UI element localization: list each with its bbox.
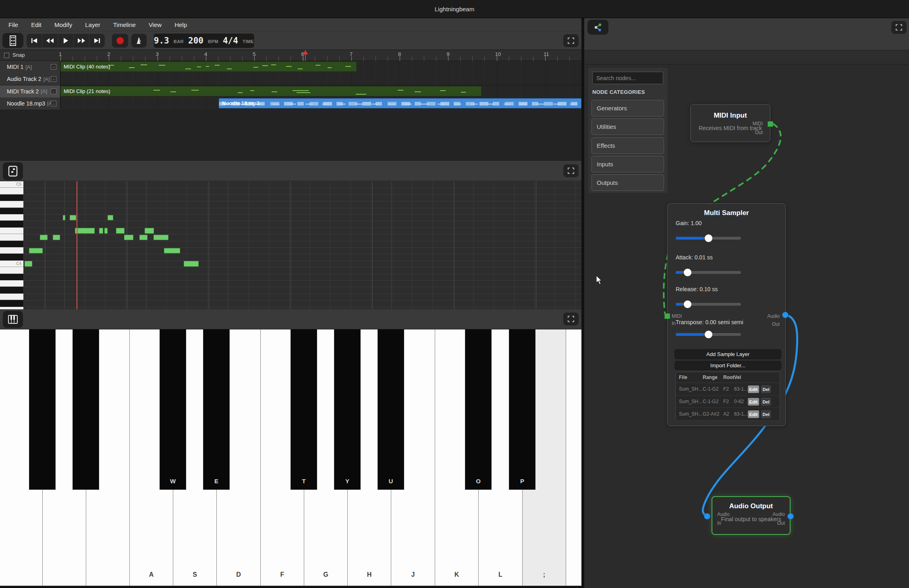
menu-item-edit[interactable]: Edit (27, 20, 45, 30)
skip-start-button[interactable] (27, 34, 42, 48)
midi-note[interactable] (99, 228, 103, 234)
import-folder-button[interactable]: Import Folder... (674, 361, 781, 370)
midi-out-port[interactable] (768, 121, 773, 127)
track-lane[interactable]: MIDI Clip (40 notes) (60, 61, 581, 73)
midi-note[interactable] (53, 235, 60, 240)
midi-note[interactable] (108, 215, 113, 221)
slider-handle[interactable] (705, 234, 712, 242)
black-key[interactable] (29, 329, 56, 490)
category-utilities[interactable]: Utilities (591, 118, 664, 135)
track-lane[interactable]: Noodle 18.mp3 (60, 97, 581, 110)
midi-note[interactable] (63, 215, 65, 221)
rewind-button[interactable] (42, 34, 58, 48)
delete-sample-button[interactable]: Del (761, 385, 771, 393)
category-effects[interactable]: Effects (591, 137, 664, 154)
midi-note[interactable] (77, 228, 95, 234)
menu-item-view[interactable]: View (145, 20, 165, 30)
piano-roll-key-fs4[interactable] (0, 221, 23, 227)
piano-roll-key-b4[interactable] (0, 188, 23, 194)
black-key-Y[interactable]: Y (334, 329, 361, 490)
piano-roll-key-a3[interactable] (0, 280, 23, 287)
track-checkbox[interactable]: - (51, 101, 56, 106)
category-outputs[interactable]: Outputs (591, 174, 664, 191)
piano-roll-key-c4[interactable]: C4 (0, 261, 23, 267)
black-key-T[interactable]: T (291, 329, 317, 490)
track-lane[interactable]: MIDI Clip (21 notes) (60, 85, 581, 97)
param-slider[interactable] (676, 271, 741, 274)
slider-handle[interactable] (684, 269, 691, 276)
menu-item-timeline[interactable]: Timeline (110, 20, 139, 30)
track-lane[interactable] (60, 73, 581, 85)
track-checkbox[interactable]: - (51, 64, 56, 70)
graph-fullscreen-button[interactable] (891, 21, 907, 34)
black-key-O[interactable]: O (465, 329, 492, 490)
piano-roll-key-gs4[interactable] (0, 208, 23, 214)
node-midi-input[interactable]: MIDI Input Receives MIDI from track MIDI… (690, 104, 770, 142)
midi-note[interactable] (154, 235, 168, 240)
black-key-W[interactable]: W (160, 329, 186, 490)
piano-roll-key-gs3[interactable] (0, 287, 23, 293)
piano-roll-key-g4[interactable] (0, 214, 23, 221)
midi-note[interactable] (164, 248, 180, 254)
menu-item-layer[interactable]: Layer (81, 20, 104, 30)
piano-roll-grid[interactable] (23, 181, 581, 309)
play-button[interactable] (58, 34, 74, 48)
virtual-keyboard[interactable]: ASDFGHJKL;WETYUOP (0, 329, 581, 586)
piano-roll-key-fs3[interactable] (0, 300, 23, 306)
piano-roll-key-c5[interactable]: C5 (0, 181, 23, 188)
piano-roll-fullscreen-button[interactable] (563, 164, 579, 177)
snap-checkbox[interactable] (4, 53, 9, 58)
piano-roll-key-as3[interactable] (0, 274, 23, 280)
midi-note[interactable] (139, 235, 147, 240)
piano-roll-key-d4[interactable] (0, 247, 23, 254)
node-audio-output[interactable]: Audio Output Final output to speakers Au… (712, 496, 791, 535)
timeline-view-button[interactable] (2, 33, 23, 48)
audio-in-port[interactable] (704, 513, 710, 520)
pane-divider[interactable] (581, 18, 584, 588)
piano-roll-key-b3[interactable] (0, 267, 23, 273)
param-slider[interactable] (676, 237, 741, 240)
timeline-fullscreen-button[interactable] (563, 34, 579, 47)
piano-roll-key-g3[interactable] (0, 294, 23, 300)
fast-forward-button[interactable] (74, 34, 89, 48)
piano-roll[interactable]: C5C4 (0, 181, 581, 309)
node-graph-tab-button[interactable] (587, 20, 608, 35)
add-sample-layer-button[interactable]: Add Sample Layer (674, 349, 781, 359)
black-key[interactable] (73, 329, 99, 490)
black-key-P[interactable]: P (509, 329, 535, 490)
skip-end-button[interactable] (89, 34, 105, 48)
piano-roll-key-cs4[interactable] (0, 254, 23, 260)
black-key-U[interactable]: U (378, 329, 404, 490)
category-generators[interactable]: Generators (591, 100, 664, 116)
piano-roll-key-e4[interactable] (0, 234, 23, 240)
midi-note[interactable] (124, 235, 133, 240)
metronome-button[interactable] (131, 34, 147, 48)
edit-sample-button[interactable]: Edit (748, 398, 759, 406)
menu-item-modify[interactable]: Modify (51, 20, 76, 30)
menu-item-help[interactable]: Help (171, 20, 191, 30)
piano-roll-key-a4[interactable] (0, 201, 23, 207)
midi-in-port[interactable] (664, 313, 670, 319)
keyboard-panel-button[interactable] (3, 311, 23, 328)
delete-sample-button[interactable]: Del (761, 398, 771, 406)
midi-note[interactable] (184, 261, 199, 267)
black-key-E[interactable]: E (203, 329, 230, 490)
delete-sample-button[interactable]: Del (761, 410, 771, 418)
audio-clip[interactable]: Noodle 18.mp3 (219, 98, 581, 108)
menu-item-file[interactable]: File (5, 20, 22, 30)
node-multi-sampler[interactable]: Multi Sampler MIDI In Audio Out Gain: 1.… (667, 203, 786, 426)
param-slider[interactable] (676, 333, 741, 336)
midi-clip[interactable]: MIDI Clip (40 notes) (60, 62, 357, 72)
piano-roll-key-f4[interactable] (0, 228, 23, 234)
search-input[interactable] (592, 72, 663, 84)
audio-out-port[interactable] (787, 513, 794, 520)
midi-note[interactable] (25, 261, 32, 267)
piano-roll-layout-button[interactable] (3, 162, 23, 180)
slider-handle[interactable] (705, 331, 712, 338)
param-slider[interactable] (676, 303, 741, 306)
keyboard-fullscreen-button[interactable] (563, 313, 579, 325)
category-inputs[interactable]: Inputs (591, 156, 664, 172)
midi-note[interactable] (145, 228, 154, 234)
piano-roll-key-as4[interactable] (0, 195, 23, 201)
midi-note[interactable] (104, 228, 108, 234)
